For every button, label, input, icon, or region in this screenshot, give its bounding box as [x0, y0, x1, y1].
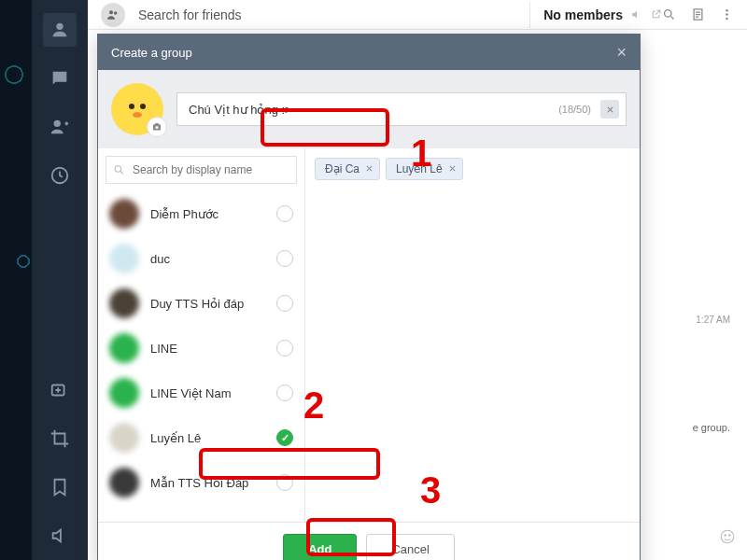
contact-row[interactable]: Mẫn TTS Hỏi Đáp: [98, 460, 304, 505]
more-icon[interactable]: [720, 7, 734, 21]
selected-contacts: Đại CaLuyến Lê: [305, 148, 640, 522]
search-icon: [113, 164, 125, 176]
search-icon[interactable]: [662, 7, 676, 21]
cancel-button[interactable]: Cancel: [366, 534, 454, 560]
contact-avatar: [109, 468, 139, 497]
svg-point-5: [114, 11, 117, 14]
chip-remove-icon[interactable]: [448, 162, 457, 175]
export-icon[interactable]: [650, 8, 662, 21]
chip-remove-icon[interactable]: [365, 162, 374, 175]
contact-row[interactable]: Diễm Phước: [98, 191, 304, 236]
sidebar-video-add-icon[interactable]: [43, 373, 77, 407]
sidebar-crop-icon[interactable]: [43, 422, 77, 455]
contact-row[interactable]: Duy TTS Hỏi đáp: [98, 281, 304, 326]
svg-point-4: [109, 10, 113, 14]
contact-list: Diễm Phước duc Duy TTS Hỏi đáp LINE LINE…: [98, 191, 304, 522]
create-group-modal: Create a group × (18/50) Diễm Phước duc …: [97, 34, 641, 560]
svg-point-12: [725, 535, 726, 537]
contact-name: Luyến Lê: [150, 431, 276, 445]
selected-chip: Luyến Lê: [386, 158, 463, 180]
svg-point-6: [665, 10, 672, 18]
contact-avatar: [109, 244, 139, 273]
contact-name: Duy TTS Hỏi đáp: [150, 297, 276, 311]
notes-icon[interactable]: [691, 7, 705, 21]
contact-radio[interactable]: [276, 250, 293, 267]
sidebar-chat-icon[interactable]: [43, 62, 77, 95]
svg-point-0: [56, 23, 63, 30]
emoji-button[interactable]: [719, 528, 736, 549]
contact-radio[interactable]: [276, 385, 293, 401]
svg-point-16: [133, 112, 142, 118]
group-avatar[interactable]: [111, 83, 163, 135]
contact-avatar: [109, 288, 139, 318]
contact-name: LINE: [150, 342, 276, 356]
contact-avatar: [109, 423, 139, 453]
svg-point-8: [726, 9, 728, 12]
sidebar-clock-icon[interactable]: [43, 159, 77, 192]
clear-name-button[interactable]: [600, 100, 619, 119]
svg-point-15: [140, 104, 146, 109]
contact-radio[interactable]: [276, 295, 293, 312]
contact-name: duc: [150, 252, 276, 266]
sidebar-speaker-icon[interactable]: [43, 519, 77, 553]
svg-point-13: [729, 535, 731, 537]
contact-radio[interactable]: [276, 340, 293, 357]
svg-point-17: [156, 126, 159, 129]
svg-point-10: [726, 18, 728, 21]
add-button[interactable]: Add: [283, 534, 357, 560]
svg-point-9: [726, 13, 728, 16]
mute-icon: [630, 8, 642, 21]
left-sidebar: [32, 0, 88, 560]
contact-avatar: [109, 333, 139, 363]
camera-icon[interactable]: [147, 117, 167, 137]
friends-icon: [101, 3, 125, 27]
modal-title: Create a group: [111, 46, 192, 60]
contact-name: Mẫn TTS Hỏi Đáp: [150, 476, 276, 490]
close-icon[interactable]: ×: [616, 44, 627, 61]
contact-name: Diễm Phước: [150, 207, 276, 221]
contact-name: LINE Việt Nam: [150, 386, 276, 400]
no-members-label: No members: [543, 7, 623, 22]
svg-point-11: [721, 530, 734, 543]
create-group-hint: e group.: [693, 422, 730, 433]
char-count: (18/50): [558, 104, 591, 115]
search-friends-input[interactable]: Search for friends: [138, 7, 529, 22]
contact-avatar: [109, 199, 139, 229]
chat-title: No members: [543, 7, 662, 22]
selected-chip: Đại Ca: [315, 158, 380, 180]
contact-radio[interactable]: [276, 205, 293, 222]
contact-radio[interactable]: [276, 474, 293, 491]
contact-row[interactable]: Luyến Lê: [98, 415, 304, 460]
svg-point-14: [129, 104, 134, 109]
contact-search-input[interactable]: [106, 156, 297, 184]
svg-point-1: [54, 120, 61, 127]
contact-radio[interactable]: [276, 429, 293, 446]
svg-point-18: [115, 166, 121, 173]
contact-row[interactable]: LINE Việt Nam: [98, 371, 304, 415]
sidebar-home-icon[interactable]: [43, 13, 77, 47]
sidebar-add-friend-icon[interactable]: [43, 110, 77, 144]
message-timestamp: 1:27 AM: [696, 315, 730, 325]
sidebar-bookmark-icon[interactable]: [43, 470, 77, 504]
contact-row[interactable]: LINE: [98, 326, 304, 371]
contact-row[interactable]: duc: [98, 236, 304, 281]
contact-avatar: [109, 378, 139, 408]
